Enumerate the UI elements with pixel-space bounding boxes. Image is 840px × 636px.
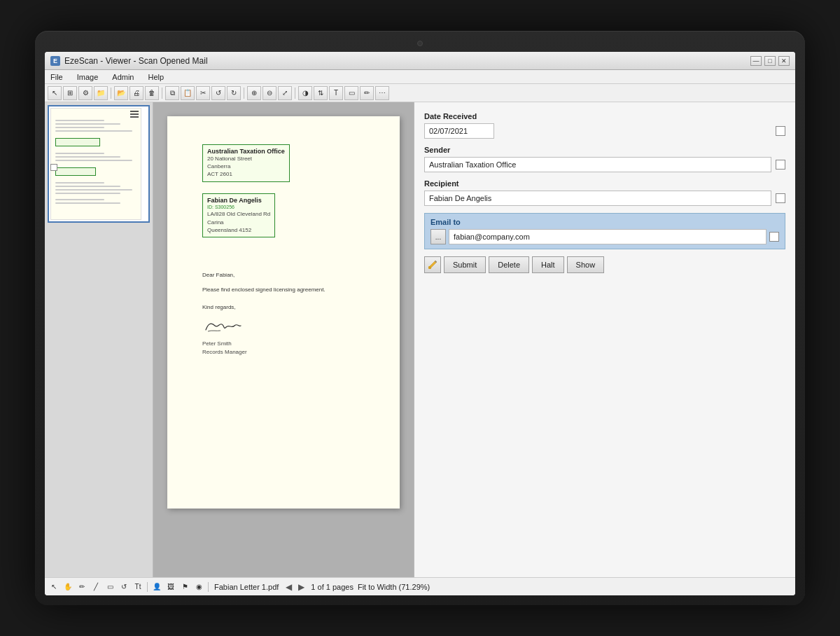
toolbar-btn-zoom-fit[interactable]: ⤢ xyxy=(278,86,292,100)
toolbar-btn-annotate[interactable]: ✏ xyxy=(360,86,374,100)
bottom-sep-2 xyxy=(208,582,209,592)
title-bar: E EzeScan - Viewer - Scan Opened Mail — … xyxy=(45,52,795,70)
recipient-checkbox[interactable] xyxy=(776,193,785,203)
pencil-icon-button[interactable] xyxy=(424,256,441,273)
bottom-bar: ↖ ✋ ✏ ╱ ▭ ↺ Tt 👤 🖼 ⚑ ◉ Fabian Letter 1.p… xyxy=(45,577,795,595)
toolbar: ↖ ⊞ ⚙ 📁 📂 🖨 🗑 ⧉ 📋 ✂ ↺ ↻ ⊕ ⊖ ⤢ ◑ ⇅ T ▭ ✏ … xyxy=(45,84,795,102)
next-page-button[interactable]: ▶ xyxy=(295,581,307,593)
show-button[interactable]: Show xyxy=(567,256,605,273)
toolbar-btn-zoom-out[interactable]: ⊖ xyxy=(262,86,276,100)
toolbar-btn-copy[interactable]: ⧉ xyxy=(165,86,179,100)
app-icon: E xyxy=(50,56,60,66)
close-button[interactable]: ✕ xyxy=(778,56,790,66)
right-panel: Date Received Sender xyxy=(414,102,795,577)
toolbar-btn-arrow[interactable]: ↖ xyxy=(48,86,62,100)
recipient-row xyxy=(424,191,785,206)
screen: E EzeScan - Viewer - Scan Opened Mail — … xyxy=(45,52,795,595)
minimize-button[interactable]: — xyxy=(750,56,762,66)
doc-paragraph: Please find enclosed signed licensing ag… xyxy=(202,286,372,295)
tool-pencil[interactable]: ✏ xyxy=(76,581,88,593)
recipient-id: ID: S300256 xyxy=(207,204,270,211)
toolbar-btn-paste[interactable]: 📋 xyxy=(181,86,195,100)
email-dots-button[interactable]: ... xyxy=(430,229,446,244)
toolbar-btn-scan[interactable]: ⊞ xyxy=(63,86,77,100)
thumbnail-checkbox[interactable] xyxy=(50,164,57,171)
recipient-label: Recipient xyxy=(424,179,785,188)
sender-name: Australian Taxation Office xyxy=(207,148,285,155)
tool-stamp[interactable]: ◉ xyxy=(192,581,205,593)
page-info: 1 of 1 pages xyxy=(311,583,354,591)
recipient-box: Fabian De Angelis ID: S300256 LA/828 Old… xyxy=(202,193,275,237)
menu-admin[interactable]: Admin xyxy=(109,73,136,81)
toolbar-sep-3 xyxy=(244,88,244,99)
monitor-outer: E EzeScan - Viewer - Scan Opened Mail — … xyxy=(35,31,805,605)
doc-salutation: Dear Fabian, xyxy=(202,271,372,280)
signature-svg xyxy=(202,317,244,334)
recipient-input[interactable] xyxy=(424,191,771,206)
sender-input[interactable] xyxy=(424,157,771,172)
date-received-label: Date Received xyxy=(424,112,785,120)
delete-button[interactable]: Delete xyxy=(489,256,529,273)
tool-person[interactable]: 👤 xyxy=(150,581,163,593)
toolbar-btn-select[interactable]: ▭ xyxy=(344,86,358,100)
toolbar-btn-rotate-l[interactable]: ↺ xyxy=(211,86,225,100)
document-page: Australian Taxation Office 20 National S… xyxy=(167,116,400,509)
toolbar-sep-2 xyxy=(162,88,162,99)
toolbar-sep-4 xyxy=(295,88,295,99)
email-checkbox[interactable] xyxy=(769,232,779,242)
tool-flag[interactable]: ⚑ xyxy=(178,581,191,593)
tool-select[interactable]: ↖ xyxy=(48,581,60,593)
menu-image[interactable]: Image xyxy=(74,73,102,81)
thumbnail-item[interactable]: 1 xyxy=(48,105,150,223)
recipient-name: Fabian De Angelis xyxy=(207,197,270,204)
submit-button[interactable]: Submit xyxy=(444,256,486,273)
action-buttons: Submit Delete Halt Show xyxy=(424,256,785,273)
menu-file[interactable]: File xyxy=(48,73,66,81)
toolbar-btn-more[interactable]: ⋯ xyxy=(375,86,389,100)
window-title: EzeScan - Viewer - Scan Opened Mail xyxy=(64,56,208,66)
tool-rotate[interactable]: ↺ xyxy=(118,581,130,593)
menu-help[interactable]: Help xyxy=(146,73,167,81)
thumbnail-image xyxy=(50,108,141,220)
toolbar-btn-contrast[interactable]: ◑ xyxy=(298,86,312,100)
title-bar-left: E EzeScan - Viewer - Scan Opened Mail xyxy=(50,56,208,66)
tool-hand[interactable]: ✋ xyxy=(62,581,74,593)
tool-image[interactable]: 🖼 xyxy=(164,581,177,593)
recipient-address3: Queensland 4152 xyxy=(207,226,270,234)
email-input[interactable] xyxy=(449,229,766,244)
sender-row xyxy=(424,157,785,172)
date-received-checkbox[interactable] xyxy=(776,126,785,136)
tool-line[interactable]: ╱ xyxy=(90,581,102,593)
toolbar-btn-settings[interactable]: ⚙ xyxy=(78,86,92,100)
sender-label: Sender xyxy=(424,146,785,154)
tool-rect[interactable]: ▭ xyxy=(104,581,116,593)
left-panel: 1 xyxy=(45,102,414,577)
doc-signature xyxy=(202,316,372,336)
recipient-group: Recipient xyxy=(424,179,785,206)
thumbnail-strip: 1 xyxy=(45,102,153,577)
toolbar-btn-folder[interactable]: 📁 xyxy=(94,86,108,100)
tool-text[interactable]: Tt xyxy=(132,581,144,593)
sender-group: Sender xyxy=(424,146,785,172)
sender-address1: 20 National Street xyxy=(207,155,285,163)
toolbar-btn-cut[interactable]: ✂ xyxy=(196,86,210,100)
date-received-input[interactable] xyxy=(424,123,494,139)
toolbar-btn-zoom-in[interactable]: ⊕ xyxy=(247,86,261,100)
email-section: Email to ... xyxy=(424,213,785,249)
toolbar-btn-rotate-r[interactable]: ↻ xyxy=(227,86,241,100)
recipient-box-wrapper: Fabian De Angelis ID: S300256 LA/828 Old… xyxy=(202,193,372,254)
toolbar-btn-print[interactable]: 🖨 xyxy=(130,86,144,100)
toolbar-btn-open[interactable]: 📂 xyxy=(114,86,128,100)
maximize-button[interactable]: □ xyxy=(764,56,776,66)
prev-page-button[interactable]: ◀ xyxy=(283,581,294,593)
date-received-group: Date Received xyxy=(424,112,785,139)
toolbar-btn-flip[interactable]: ⇅ xyxy=(314,86,328,100)
toolbar-btn-delete[interactable]: 🗑 xyxy=(145,86,159,100)
bottom-sep-1 xyxy=(147,582,148,592)
halt-button[interactable]: Halt xyxy=(532,256,564,273)
toolbar-btn-ocr[interactable]: T xyxy=(329,86,343,100)
recipient-address2: Carina xyxy=(207,219,270,226)
sender-checkbox[interactable] xyxy=(776,160,785,170)
recipient-address1: LA/828 Old Cleveland Rd xyxy=(207,210,270,218)
menu-bar: File Image Admin Help xyxy=(45,70,795,84)
